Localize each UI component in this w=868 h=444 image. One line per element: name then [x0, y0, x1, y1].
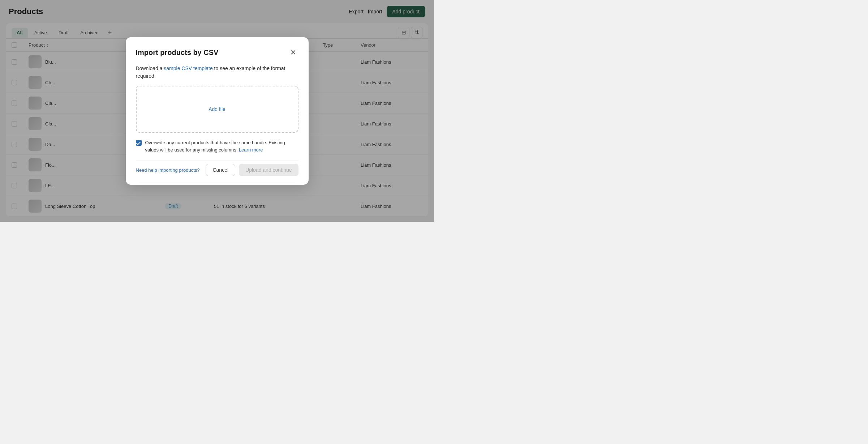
modal-description: Download a sample CSV template to see an…: [136, 65, 298, 80]
sample-csv-link[interactable]: sample CSV template: [164, 65, 212, 71]
import-csv-modal: Import products by CSV ✕ Download a samp…: [126, 37, 309, 185]
modal-header: Import products by CSV ✕: [136, 47, 298, 57]
modal-overlay[interactable]: Import products by CSV ✕ Download a samp…: [0, 0, 434, 222]
close-icon: ✕: [290, 48, 296, 57]
modal-footer: Need help importing products? Cancel Upl…: [136, 161, 298, 176]
add-file-label: Add file: [209, 106, 225, 112]
page-background: Products Export Import Add product All A…: [0, 0, 434, 222]
learn-more-link[interactable]: Learn more: [239, 147, 263, 153]
modal-close-button[interactable]: ✕: [288, 47, 298, 57]
file-drop-zone[interactable]: Add file: [136, 86, 298, 133]
overwrite-text: Overwrite any current products that have…: [145, 139, 298, 153]
upload-continue-button[interactable]: Upload and continue: [239, 164, 298, 176]
cancel-button[interactable]: Cancel: [206, 164, 235, 176]
modal-title: Import products by CSV: [136, 48, 219, 57]
help-link[interactable]: Need help importing products?: [136, 167, 200, 173]
description-prefix: Download a: [136, 65, 164, 71]
footer-buttons: Cancel Upload and continue: [206, 164, 298, 176]
overwrite-checkbox[interactable]: [136, 140, 142, 146]
overwrite-checkbox-row: Overwrite any current products that have…: [136, 139, 298, 153]
overwrite-label: Overwrite any current products that have…: [145, 140, 285, 153]
